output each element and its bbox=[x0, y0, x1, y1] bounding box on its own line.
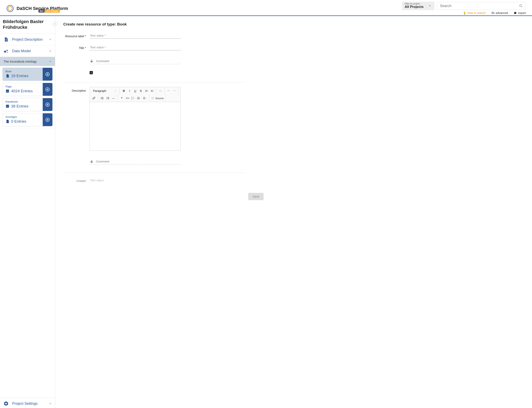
undo-button[interactable]: ↶ bbox=[166, 88, 172, 94]
resize-handle-icon[interactable]: ⋰ bbox=[178, 61, 180, 64]
nav-project-settings[interactable]: Project Settings bbox=[0, 398, 55, 408]
section-divider bbox=[63, 82, 245, 83]
chevron-down-icon bbox=[428, 4, 431, 7]
svg-point-8 bbox=[7, 52, 8, 53]
search-icon[interactable] bbox=[519, 4, 523, 8]
svg-point-7 bbox=[7, 50, 8, 51]
badge-dev: dev bbox=[38, 9, 45, 13]
class-card-randleiste: Randleiste 38 Entries bbox=[2, 98, 53, 111]
add-book-button[interactable] bbox=[43, 68, 52, 81]
class-link-randleiste[interactable]: Randleiste 38 Entries bbox=[3, 98, 43, 111]
chevron-up-icon bbox=[49, 60, 51, 63]
graduation-cap-icon bbox=[514, 11, 517, 15]
svg-point-18 bbox=[101, 99, 101, 99]
gear-icon bbox=[4, 401, 8, 406]
special-char-dropdown[interactable]: Ω bbox=[142, 95, 148, 101]
title-input[interactable] bbox=[90, 44, 181, 51]
add-value-button[interactable]: + bbox=[90, 71, 93, 74]
chevron-right-icon bbox=[49, 50, 51, 52]
file-icon bbox=[6, 119, 9, 123]
svg-rect-24 bbox=[91, 161, 92, 162]
bullet-list-button[interactable] bbox=[99, 95, 105, 101]
brand-area[interactable]: DaSCH Service Platform dev dev-release bbox=[6, 4, 68, 13]
subscript-button[interactable]: X2 bbox=[144, 88, 149, 94]
bold-button[interactable]: B bbox=[121, 88, 127, 94]
chevron-right-icon bbox=[49, 402, 51, 405]
table-dropdown[interactable] bbox=[136, 95, 142, 101]
strike-button[interactable]: S bbox=[138, 88, 144, 94]
app-header: DaSCH Service Platform dev dev-release F… bbox=[0, 0, 532, 16]
svg-point-2 bbox=[519, 4, 522, 7]
document-icon bbox=[4, 37, 8, 42]
svg-point-6 bbox=[4, 51, 6, 53]
nav-data-model[interactable]: Data Model bbox=[0, 45, 55, 57]
resize-handle-icon[interactable]: ⋰ bbox=[178, 162, 180, 164]
superscript-button[interactable]: X2 bbox=[149, 88, 155, 94]
lightbulb-icon: 💡 bbox=[463, 11, 466, 15]
link-button[interactable] bbox=[91, 95, 97, 101]
codeblock-dropdown[interactable] bbox=[130, 95, 136, 101]
add-page-button[interactable] bbox=[43, 83, 52, 96]
chevron-right-icon bbox=[49, 38, 51, 41]
svg-rect-4 bbox=[6, 39, 7, 40]
title-comment[interactable]: Comment ⋰ bbox=[90, 59, 181, 64]
ontology-header[interactable]: The incunabula ontology bbox=[0, 57, 55, 66]
quote-button[interactable]: ❝ bbox=[119, 95, 125, 101]
how-to-search-link[interactable]: 💡 How to search bbox=[463, 11, 485, 15]
italic-button[interactable]: I bbox=[127, 88, 132, 94]
class-list: Book 19 Entries Page 4024 Entries bbox=[0, 66, 55, 128]
sidebar: Bilderfolgen Basler Frühdrucke Project D… bbox=[0, 16, 55, 408]
class-link-page[interactable]: Page 4024 Entries bbox=[3, 83, 43, 96]
collapse-sidebar-button[interactable] bbox=[53, 22, 57, 26]
image-icon bbox=[6, 89, 9, 93]
description-comment[interactable]: Comment ⋰ bbox=[90, 159, 181, 165]
underline-button[interactable]: U bbox=[132, 88, 138, 94]
section-divider bbox=[63, 173, 245, 173]
code-button[interactable]: <> bbox=[125, 95, 130, 101]
numbered-list-button[interactable]: 123 bbox=[105, 95, 111, 101]
filter-value: All Projects bbox=[405, 5, 424, 9]
hr-button[interactable]: — bbox=[111, 95, 116, 101]
project-filter-dropdown[interactable]: Filter by project All Projects bbox=[402, 2, 434, 10]
add-sonstiges-button[interactable] bbox=[43, 113, 52, 126]
svg-rect-15 bbox=[91, 61, 92, 62]
label-resource-label: Resource label * bbox=[63, 33, 90, 44]
class-card-book: Book 19 Entries bbox=[2, 68, 53, 81]
svg-rect-23 bbox=[137, 97, 140, 99]
svg-rect-5 bbox=[6, 40, 7, 41]
editor-textarea[interactable] bbox=[90, 102, 180, 151]
badge-release: dev-release bbox=[45, 9, 60, 13]
resource-label-input[interactable] bbox=[90, 33, 181, 39]
logo-icon bbox=[6, 4, 14, 13]
redo-button[interactable]: ↷ bbox=[172, 88, 177, 94]
search-input[interactable] bbox=[440, 4, 519, 8]
lock-icon bbox=[90, 60, 93, 63]
advanced-search-link[interactable]: advanced bbox=[491, 11, 508, 15]
source-button[interactable]: Source bbox=[151, 95, 164, 101]
rich-text-editor: Paragraph B I U S X2 X2 bbox=[90, 87, 181, 151]
expert-search-link[interactable]: expert bbox=[514, 11, 526, 15]
nav-project-description[interactable]: Project Description bbox=[0, 34, 55, 45]
svg-point-16 bbox=[101, 97, 101, 98]
image-icon bbox=[6, 104, 9, 108]
clear-format-button[interactable]: Tx bbox=[158, 88, 163, 94]
class-card-sonstiges: Sonstiges 0 Entries bbox=[2, 113, 53, 126]
class-link-book[interactable]: Book 19 Entries bbox=[3, 68, 43, 81]
label-creator: Creator bbox=[63, 177, 90, 189]
main-content: Create new resource of type: Book Resour… bbox=[55, 16, 532, 408]
label-title: Title * bbox=[63, 44, 90, 80]
svg-point-1 bbox=[8, 7, 12, 10]
editor-toolbar: Paragraph B I U S X2 X2 bbox=[90, 87, 180, 102]
paragraph-dropdown[interactable]: Paragraph bbox=[91, 88, 118, 93]
add-randleiste-button[interactable] bbox=[43, 98, 52, 111]
page-title: Create new resource of type: Book bbox=[63, 22, 524, 26]
save-button[interactable]: Save bbox=[248, 193, 264, 200]
svg-point-17 bbox=[101, 98, 101, 99]
search-box bbox=[437, 2, 526, 10]
creator-input[interactable] bbox=[90, 177, 181, 183]
svg-rect-12 bbox=[6, 105, 9, 108]
tune-icon bbox=[491, 11, 494, 15]
lock-icon bbox=[90, 160, 93, 163]
class-link-sonstiges[interactable]: Sonstiges 0 Entries bbox=[3, 113, 43, 126]
class-card-page: Page 4024 Entries bbox=[2, 83, 53, 96]
